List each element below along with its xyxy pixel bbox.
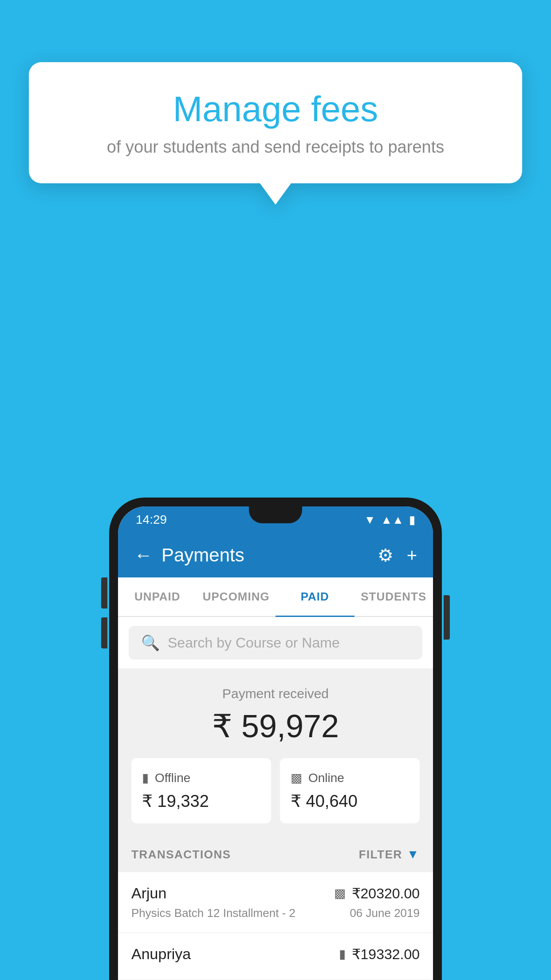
offline-card-header: ▮ Offline (142, 771, 260, 785)
transaction-amount-wrap: ▩ ₹20320.00 (334, 885, 420, 902)
back-button[interactable]: ← (134, 546, 153, 565)
add-button[interactable]: + (407, 545, 417, 565)
phone-outer: 14:29 ▼ ▲▲ ▮ ← Payments ⚙ + (109, 498, 442, 980)
transaction-name: Anupriya (131, 945, 191, 963)
wifi-icon: ▼ (364, 513, 376, 527)
volume-down-button (101, 617, 107, 648)
status-bar: 14:29 ▼ ▲▲ ▮ (118, 506, 433, 533)
tab-upcoming[interactable]: UPCOMING (197, 577, 276, 616)
transaction-row1: Arjun ▩ ₹20320.00 (131, 885, 420, 902)
transaction-amount-wrap: ▮ ₹19332.00 (339, 946, 420, 963)
phone-wrapper: 14:29 ▼ ▲▲ ▮ ← Payments ⚙ + (109, 498, 442, 980)
transaction-item[interactable]: Arjun ▩ ₹20320.00 Physics Batch 12 Insta… (118, 872, 433, 933)
payment-cards: ▮ Offline ₹ 19,332 ▩ Online ₹ 40,640 (131, 758, 420, 823)
transaction-row1: Anupriya ▮ ₹19332.00 (131, 945, 420, 963)
bubble-title: Manage fees (60, 89, 491, 130)
online-icon: ▩ (291, 771, 302, 785)
phone-screen: 14:29 ▼ ▲▲ ▮ ← Payments ⚙ + (118, 506, 433, 980)
search-icon: 🔍 (141, 634, 160, 652)
transaction-row2: Physics Batch 12 Installment - 2 06 June… (131, 906, 420, 920)
tab-paid[interactable]: PAID (276, 577, 354, 616)
tab-students[interactable]: STUDENTS (354, 577, 433, 616)
transactions-label: TRANSACTIONS (131, 848, 231, 861)
status-time: 14:29 (136, 513, 167, 527)
page-title: Payments (161, 545, 244, 566)
payment-received-label: Payment received (131, 686, 420, 701)
status-icons: ▼ ▲▲ ▮ (364, 513, 415, 527)
app-bar: ← Payments ⚙ + (118, 533, 433, 577)
online-amount: ₹ 40,640 (291, 791, 409, 811)
tab-unpaid[interactable]: UNPAID (118, 577, 197, 616)
bubble-subtitle: of your students and send receipts to pa… (60, 138, 491, 157)
filter-label: FILTER (359, 848, 402, 861)
transactions-header: TRANSACTIONS FILTER ▼ (118, 837, 433, 872)
search-input[interactable]: Search by Course or Name (168, 635, 340, 651)
online-label: Online (308, 771, 344, 785)
offline-icon: ▮ (142, 771, 149, 785)
cash-payment-icon: ▮ (339, 947, 346, 961)
search-bar[interactable]: 🔍 Search by Course or Name (129, 626, 422, 660)
app-bar-right: ⚙ + (378, 545, 417, 565)
offline-label: Offline (155, 771, 190, 785)
transaction-item[interactable]: Anupriya ▮ ₹19332.00 (118, 933, 433, 980)
offline-card: ▮ Offline ₹ 19,332 (131, 758, 271, 823)
transaction-name: Arjun (131, 885, 166, 902)
transaction-amount: ₹20320.00 (352, 885, 420, 902)
volume-up-button (101, 577, 107, 609)
speech-bubble: Manage fees of your students and send re… (29, 62, 522, 183)
notch (249, 506, 302, 523)
power-button (444, 595, 450, 640)
battery-icon: ▮ (409, 513, 415, 527)
signal-icon: ▲▲ (381, 513, 404, 527)
transaction-date: 06 June 2019 (350, 906, 420, 920)
offline-amount: ₹ 19,332 (142, 791, 260, 811)
payment-total-amount: ₹ 59,972 (131, 707, 420, 745)
online-card: ▩ Online ₹ 40,640 (280, 758, 420, 823)
online-card-header: ▩ Online (291, 771, 409, 785)
filter-button[interactable]: FILTER ▼ (359, 847, 420, 861)
card-payment-icon: ▩ (334, 886, 346, 901)
tabs-bar: UNPAID UPCOMING PAID STUDENTS (118, 577, 433, 617)
search-container: 🔍 Search by Course or Name (118, 617, 433, 668)
filter-icon: ▼ (407, 847, 420, 861)
transaction-amount: ₹19332.00 (352, 946, 420, 963)
settings-icon[interactable]: ⚙ (378, 545, 394, 565)
payment-summary: Payment received ₹ 59,972 ▮ Offline ₹ 19… (118, 668, 433, 837)
app-bar-left: ← Payments (134, 545, 244, 566)
transaction-course: Physics Batch 12 Installment - 2 (131, 906, 295, 920)
